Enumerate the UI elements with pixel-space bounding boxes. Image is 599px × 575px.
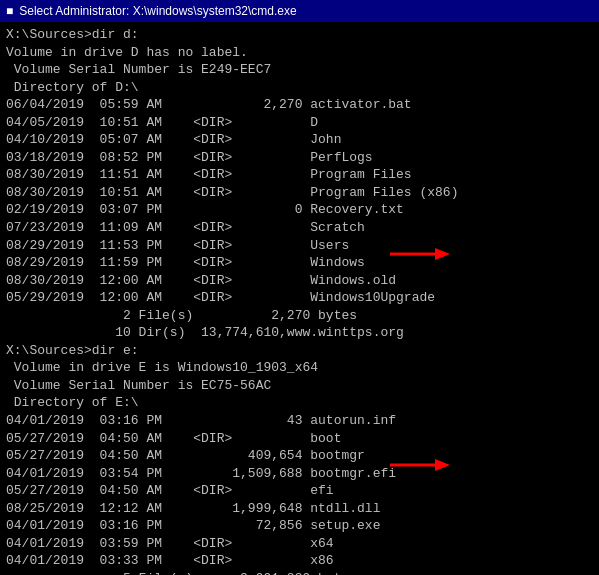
cmd-line: 08/30/2019 10:51 AM <DIR> Program Files …	[6, 184, 593, 202]
title-bar-text: Select Administrator: X:\windows\system3…	[19, 4, 593, 18]
cmd-line: 07/23/2019 11:09 AM <DIR> Scratch	[6, 219, 593, 237]
cmd-line: 10 Dir(s) 13,774,610,www.winttps.org	[6, 324, 593, 342]
cmd-line: 05/29/2019 12:00 AM <DIR> Windows10Upgra…	[6, 289, 593, 307]
cmd-line: 06/04/2019 05:59 AM 2,270 activator.bat	[6, 96, 593, 114]
cmd-line: 04/10/2019 05:07 AM <DIR> John	[6, 131, 593, 149]
cmd-line: Directory of E:\	[6, 394, 593, 412]
cmd-line: 08/30/2019 12:00 AM <DIR> Windows.old	[6, 272, 593, 290]
cmd-line: 5 File(s) 3,991,889 bytes	[6, 570, 593, 575]
cmd-line: 04/01/2019 03:59 PM <DIR> x64	[6, 535, 593, 553]
cmd-line: X:\Sources>dir d:	[6, 26, 593, 44]
cmd-line: 05/27/2019 04:50 AM <DIR> boot	[6, 430, 593, 448]
cmd-line: Volume in drive E is Windows10_1903_x64	[6, 359, 593, 377]
cmd-window[interactable]: X:\Sources>dir d:Volume in drive D has n…	[0, 22, 599, 575]
cmd-line: Volume Serial Number is E249-EEC7	[6, 61, 593, 79]
cmd-line: 02/19/2019 03:07 PM 0 Recovery.txt	[6, 201, 593, 219]
cmd-line: 04/01/2019 03:54 PM 1,509,688 bootmgr.ef…	[6, 465, 593, 483]
title-bar: ■ Select Administrator: X:\windows\syste…	[0, 0, 599, 22]
cmd-line: Volume Serial Number is EC75-56AC	[6, 377, 593, 395]
cmd-line: X:\Sources>dir e:	[6, 342, 593, 360]
cmd-line: 04/01/2019 03:16 PM 43 autorun.inf	[6, 412, 593, 430]
cmd-line: Volume in drive D has no label.	[6, 44, 593, 62]
cmd-line: 08/29/2019 11:59 PM <DIR> Windows	[6, 254, 593, 272]
cmd-line: 05/27/2019 04:50 AM 409,654 bootmgr	[6, 447, 593, 465]
cmd-line: 04/01/2019 03:33 PM <DIR> x86	[6, 552, 593, 570]
cmd-line: 04/01/2019 03:16 PM 72,856 setup.exe	[6, 517, 593, 535]
cmd-line: 04/05/2019 10:51 AM <DIR> D	[6, 114, 593, 132]
cmd-line: Directory of D:\	[6, 79, 593, 97]
title-bar-icon: ■	[6, 4, 13, 18]
cmd-line: 05/27/2019 04:50 AM <DIR> efi	[6, 482, 593, 500]
cmd-line: 08/29/2019 11:53 PM <DIR> Users	[6, 237, 593, 255]
cmd-line: 03/18/2019 08:52 PM <DIR> PerfLogs	[6, 149, 593, 167]
cmd-line: 2 File(s) 2,270 bytes	[6, 307, 593, 325]
cmd-line: 08/30/2019 11:51 AM <DIR> Program Files	[6, 166, 593, 184]
cmd-line: 08/25/2019 12:12 AM 1,999,648 ntdll.dll	[6, 500, 593, 518]
